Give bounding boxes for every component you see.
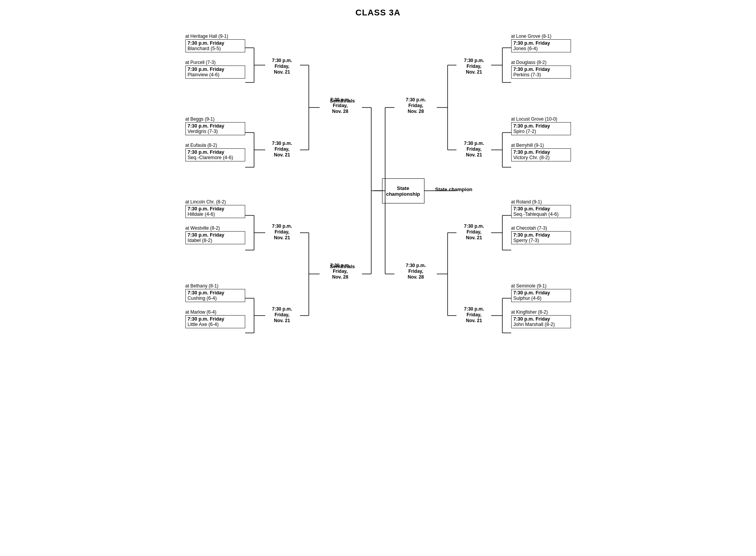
right-g1-m2: at Douglass (8-2) 7:30 p.m. Friday Perki… xyxy=(511,59,571,79)
right-r2-g1-label: 7:30 p.m. Friday, Nov. 21 xyxy=(457,57,491,75)
right-g3-m1-team: Seq.-Tahlequah (4-6) xyxy=(514,212,569,217)
left-r2-g1-label: 7:30 p.m. Friday, Nov. 21 xyxy=(265,57,299,75)
left-g1-m1: at Heritage Hall (9-1) 7:30 p.m. Friday … xyxy=(185,33,245,52)
left-g2-m1-header: at Beggs (9-1) xyxy=(185,116,245,122)
left-group2: at Beggs (9-1) 7:30 p.m. Friday Verdigri… xyxy=(185,116,245,161)
semis-bottom: Semifinals xyxy=(324,264,361,269)
right-g1-m1-team: Jones (6-4) xyxy=(514,46,569,51)
state-champion: State champion xyxy=(435,186,485,192)
right-r2-g1-text: 7:30 p.m. Friday, Nov. 21 xyxy=(464,58,484,75)
right-g4-m1-time: 7:30 p.m. Friday xyxy=(514,290,569,296)
right-g4-m2-time: 7:30 p.m. Friday xyxy=(514,316,569,322)
right-g2-m2-team: Victory Chr. (8-2) xyxy=(514,155,569,160)
left-g1-m1-time: 7:30 p.m. Friday xyxy=(188,40,243,46)
left-g1-m2-team: Plainview (4-6) xyxy=(188,72,243,77)
right-g1-m2-box: 7:30 p.m. Friday Perkins (7-3) xyxy=(511,66,571,79)
page-title: CLASS 3A xyxy=(185,8,571,18)
right-g1-m2-header: at Douglass (8-2) xyxy=(511,59,571,66)
state-championship-label: State championship xyxy=(382,185,424,197)
left-g3-m2-time: 7:30 p.m. Friday xyxy=(188,232,243,238)
right-group1: at Lone Grove (8-1) 7:30 p.m. Friday Jon… xyxy=(511,33,571,79)
right-g3-m2-header: at Checotah (7-3) xyxy=(511,225,571,231)
right-g1-m1-header: at Lone Grove (8-1) xyxy=(511,33,571,39)
right-r2-g4-label: 7:30 p.m. Friday, Nov. 21 xyxy=(457,306,491,323)
right-qf-bottom-label: 7:30 p.m. Friday, Nov. 28 xyxy=(395,262,437,280)
left-g2-m2-team: Seq.-Claremore (4-6) xyxy=(188,155,243,160)
left-g3-m2-team: Idabel (8-2) xyxy=(188,238,243,243)
right-g4-m2-header: at Kingfisher (8-2) xyxy=(511,309,571,315)
right-g4-m2: at Kingfisher (8-2) 7:30 p.m. Friday Joh… xyxy=(511,309,571,328)
left-g4-m1: at Bethany (8-1) 7:30 p.m. Friday Cushin… xyxy=(185,283,245,302)
right-qf-bottom-text: 7:30 p.m. Friday, Nov. 28 xyxy=(406,263,426,280)
right-g3-m1: at Roland (9-1) 7:30 p.m. Friday Seq.-Ta… xyxy=(511,199,571,218)
right-g3-m2-time: 7:30 p.m. Friday xyxy=(514,232,569,238)
left-g3-m1-time: 7:30 p.m. Friday xyxy=(188,206,243,212)
left-g1-m1-header: at Heritage Hall (9-1) xyxy=(185,33,245,39)
right-r2-g3-label: 7:30 p.m. Friday, Nov. 21 xyxy=(457,223,491,240)
right-g2-m1: at Locust Grove (10-0) 7:30 p.m. Friday … xyxy=(511,116,571,135)
right-g2-m1-box: 7:30 p.m. Friday Spiro (7-2) xyxy=(511,122,571,135)
semis-top: Semifinals xyxy=(324,98,361,104)
right-r2-g3-text: 7:30 p.m. Friday, Nov. 21 xyxy=(464,223,484,240)
left-r2-g3-label: 7:30 p.m. Friday, Nov. 21 xyxy=(265,223,299,240)
right-g2-m1-team: Spiro (7-2) xyxy=(514,129,569,134)
right-r2-g2-text: 7:30 p.m. Friday, Nov. 21 xyxy=(464,141,484,158)
right-g3-m1-box: 7:30 p.m. Friday Seq.-Tahlequah (4-6) xyxy=(511,205,571,218)
right-group3: at Roland (9-1) 7:30 p.m. Friday Seq.-Ta… xyxy=(511,199,571,244)
right-g2-m2-box: 7:30 p.m. Friday Victory Chr. (8-2) xyxy=(511,148,571,161)
left-g4-m2-team: Little Axe (6-4) xyxy=(188,322,243,327)
left-group1: at Heritage Hall (9-1) 7:30 p.m. Friday … xyxy=(185,33,245,79)
left-g3-m1-team: Hilldale (4-6) xyxy=(188,212,243,217)
semis-top-text: Semifinals xyxy=(324,98,361,104)
bracket-container: at Heritage Hall (9-1) 7:30 p.m. Friday … xyxy=(185,22,571,368)
left-group4: at Bethany (8-1) 7:30 p.m. Friday Cushin… xyxy=(185,283,245,328)
semis-bottom-text: Semifinals xyxy=(324,264,361,269)
right-qf-top-text: 7:30 p.m. Friday, Nov. 28 xyxy=(406,97,426,114)
left-g2-m2-box: 7:30 p.m. Friday Seq.-Claremore (4-6) xyxy=(185,148,245,161)
left-g4-m1-header: at Bethany (8-1) xyxy=(185,283,245,289)
left-g4-m1-box: 7:30 p.m. Friday Cushing (6-4) xyxy=(185,289,245,302)
left-r2-g1-text: 7:30 p.m. Friday, Nov. 21 xyxy=(272,58,292,75)
right-g3-m2: at Checotah (7-3) 7:30 p.m. Friday Sperr… xyxy=(511,225,571,244)
left-g4-m2-time: 7:30 p.m. Friday xyxy=(188,316,243,322)
state-champion-label: State champion xyxy=(435,186,473,192)
left-g1-m2-header: at Purcell (7-3) xyxy=(185,59,245,66)
right-r2-g4-text: 7:30 p.m. Friday, Nov. 21 xyxy=(464,306,484,323)
left-g3-m1-box: 7:30 p.m. Friday Hilldale (4-6) xyxy=(185,205,245,218)
left-g2-m1-team: Verdigris (7-3) xyxy=(188,129,243,134)
right-g1-m2-time: 7:30 p.m. Friday xyxy=(514,67,569,72)
left-g3-m2: at Westville (8-2) 7:30 p.m. Friday Idab… xyxy=(185,225,245,244)
left-r2-g4-text: 7:30 p.m. Friday, Nov. 21 xyxy=(272,306,292,323)
left-g2-m2-time: 7:30 p.m. Friday xyxy=(188,149,243,155)
left-r2-g2-text: 7:30 p.m. Friday, Nov. 21 xyxy=(272,141,292,158)
left-g4-m1-team: Cushing (6-4) xyxy=(188,296,243,301)
right-g4-m1-box: 7:30 p.m. Friday Sulphur (4-6) xyxy=(511,289,571,302)
left-g3-m2-box: 7:30 p.m. Friday Idabel (8-2) xyxy=(185,231,245,244)
right-g4-m2-team: John Marshall (8-2) xyxy=(514,322,569,327)
left-g4-m2-box: 7:30 p.m. Friday Little Axe (6-4) xyxy=(185,315,245,328)
right-g4-m1-team: Sulphur (4-6) xyxy=(514,296,569,301)
left-g1-m1-box: 7:30 p.m. Friday Blanchard (5-5) xyxy=(185,39,245,52)
left-g3-m1-header: at Lincoln Chr. (8-2) xyxy=(185,199,245,205)
right-g1-m2-team: Perkins (7-3) xyxy=(514,72,569,77)
right-group2: at Locust Grove (10-0) 7:30 p.m. Friday … xyxy=(511,116,571,161)
right-g3-m2-team: Sperry (7-3) xyxy=(514,238,569,243)
left-g1-m2-box: 7:30 p.m. Friday Plainview (4-6) xyxy=(185,66,245,79)
left-g2-m1-time: 7:30 p.m. Friday xyxy=(188,123,243,129)
right-qf-top-label: 7:30 p.m. Friday, Nov. 28 xyxy=(395,97,437,114)
right-g2-m2-time: 7:30 p.m. Friday xyxy=(514,149,569,155)
right-g1-m1: at Lone Grove (8-1) 7:30 p.m. Friday Jon… xyxy=(511,33,571,52)
left-g4-m1-time: 7:30 p.m. Friday xyxy=(188,290,243,296)
left-r2-g4-label: 7:30 p.m. Friday, Nov. 21 xyxy=(265,306,299,323)
right-g2-m1-header: at Locust Grove (10-0) xyxy=(511,116,571,122)
right-g2-m2-header: at Berryhill (9-1) xyxy=(511,142,571,148)
right-r2-g2-label: 7:30 p.m. Friday, Nov. 21 xyxy=(457,140,491,158)
right-g3-m2-box: 7:30 p.m. Friday Sperry (7-3) xyxy=(511,231,571,244)
right-g4-m1-header: at Seminole (9-1) xyxy=(511,283,571,289)
left-r2-g2-label: 7:30 p.m. Friday, Nov. 21 xyxy=(265,140,299,158)
left-g2-m2: at Eufaula (8-2) 7:30 p.m. Friday Seq.-C… xyxy=(185,142,245,161)
right-g1-m1-box: 7:30 p.m. Friday Jones (6-4) xyxy=(511,39,571,52)
right-group4: at Seminole (9-1) 7:30 p.m. Friday Sulph… xyxy=(511,283,571,328)
left-g1-m2: at Purcell (7-3) 7:30 p.m. Friday Plainv… xyxy=(185,59,245,79)
left-g3-m2-header: at Westville (8-2) xyxy=(185,225,245,231)
